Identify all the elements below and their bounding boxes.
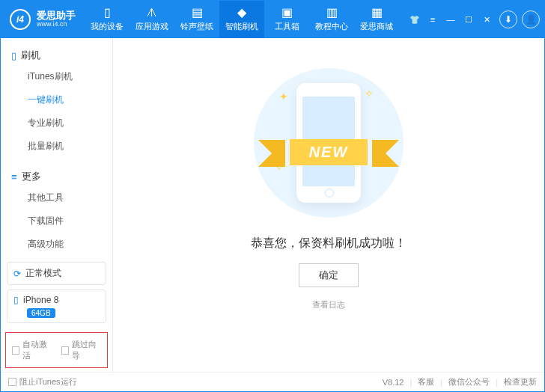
brand-title: 爱思助手 <box>37 10 76 21</box>
tab-ringtones[interactable]: ▤铃声壁纸 <box>174 1 219 38</box>
sidebar-item-advanced[interactable]: 高级功能 <box>1 233 112 256</box>
phone-small-icon: ▯ <box>13 295 19 305</box>
phone-icon: ▯ <box>104 7 111 19</box>
sidebar-item-othertools[interactable]: 其他工具 <box>1 186 112 209</box>
brand: i4 爱思助手 www.i4.cn <box>1 9 85 30</box>
main-tabs: ▯我的设备 ⩚应用游戏 ▤铃声壁纸 ◆智能刷机 ▣工具箱 ▥教程中心 ▦爱思商城 <box>85 1 407 38</box>
shirt-icon[interactable]: 👕 <box>407 11 423 28</box>
menu-icon[interactable]: ≡ <box>424 11 441 28</box>
device-icon: ▯ <box>11 50 16 61</box>
book-icon: ▥ <box>326 7 338 19</box>
main-content: ✦ ✧ ✧ ✦ NEW 恭喜您，保资料刷机成功啦！ 确定 查看日志 <box>113 38 544 372</box>
sidebar-item-batch[interactable]: 批量刷机 <box>1 135 112 158</box>
logo-icon: i4 <box>10 9 31 30</box>
maximize-button[interactable]: ☐ <box>460 11 477 28</box>
window-controls: 👕 ≡ — ☐ ✕ ⬇ 👤 <box>407 10 544 28</box>
store-icon: ▦ <box>371 7 383 19</box>
device-name: iPhone 8 <box>23 295 58 305</box>
sparkle-icon: ✧ <box>365 88 374 99</box>
apps-icon: ⩚ <box>146 7 158 19</box>
user-button[interactable]: 👤 <box>522 10 540 28</box>
checkbox-autoactivate[interactable]: 自动激活 <box>12 339 52 361</box>
download-button[interactable]: ⬇ <box>499 10 517 28</box>
checkbox-skipwizard[interactable]: 跳过向导 <box>61 339 102 361</box>
storage-badge: 64GB <box>27 308 55 318</box>
tab-apps[interactable]: ⩚应用游戏 <box>130 1 174 38</box>
activation-options: 自动激活 跳过向导 <box>5 332 108 368</box>
status-bar: 阻止iTunes运行 V8.12| 客服| 微信公众号| 检查更新 <box>1 372 544 391</box>
brand-url: www.i4.cn <box>37 21 76 28</box>
confirm-button[interactable]: 确定 <box>299 263 359 287</box>
tab-toolbox[interactable]: ▣工具箱 <box>264 1 309 38</box>
tab-mydevice[interactable]: ▯我的设备 <box>85 1 130 38</box>
more-icon: ≡ <box>11 171 17 183</box>
version-label: V8.12 <box>383 378 404 387</box>
tab-tutorial[interactable]: ▥教程中心 <box>309 1 354 38</box>
sparkle-icon: ✦ <box>279 91 288 102</box>
success-message: 恭喜您，保资料刷机成功啦！ <box>251 236 407 251</box>
sidebar-item-itunes[interactable]: iTunes刷机 <box>1 65 112 88</box>
flash-icon: ◆ <box>237 7 246 19</box>
sidebar-item-pro[interactable]: 专业刷机 <box>1 111 112 135</box>
success-illustration: ✦ ✧ ✧ ✦ NEW <box>254 68 404 218</box>
sidebar-item-firmware[interactable]: 下载固件 <box>1 209 112 233</box>
title-bar: i4 爱思助手 www.i4.cn ▯我的设备 ⩚应用游戏 ▤铃声壁纸 ◆智能刷… <box>1 1 544 38</box>
sidebar: ▯刷机 iTunes刷机 一键刷机 专业刷机 批量刷机 ≡更多 其他工具 下载固… <box>1 38 113 372</box>
music-icon: ▤ <box>192 7 203 19</box>
sidebar-item-oneclick[interactable]: 一键刷机 <box>1 88 112 111</box>
device-card[interactable]: ▯iPhone 8 64GB <box>7 290 106 323</box>
sidebar-group-more[interactable]: ≡更多 <box>1 167 112 186</box>
toolbox-icon: ▣ <box>281 7 293 19</box>
wechat-link[interactable]: 微信公众号 <box>448 376 490 388</box>
refresh-icon: ⟳ <box>13 269 21 279</box>
minimize-button[interactable]: — <box>442 11 459 28</box>
view-log-link[interactable]: 查看日志 <box>312 299 345 310</box>
update-link[interactable]: 检查更新 <box>504 376 537 388</box>
tab-store[interactable]: ▦爱思商城 <box>354 1 399 38</box>
mode-selector[interactable]: ⟳正常模式 <box>7 262 106 285</box>
sidebar-group-flash[interactable]: ▯刷机 <box>1 46 112 65</box>
new-ribbon: NEW <box>260 137 398 167</box>
tab-flash[interactable]: ◆智能刷机 <box>219 1 264 38</box>
checkbox-blockitunes[interactable]: 阻止iTunes运行 <box>8 376 77 388</box>
support-link[interactable]: 客服 <box>418 376 434 388</box>
close-button[interactable]: ✕ <box>478 11 495 28</box>
